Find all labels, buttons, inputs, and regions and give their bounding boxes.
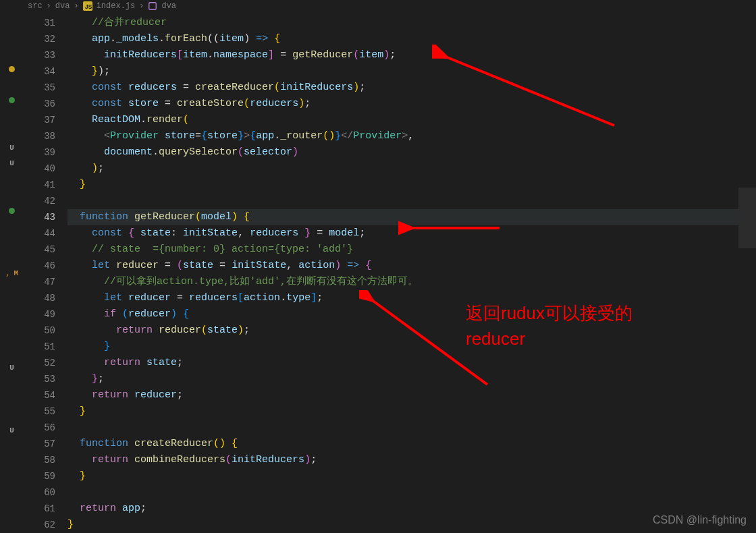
scm-gutter: UU, MUU [0, 0, 24, 533]
chevron-icon: › [47, 1, 51, 11]
annotation-line-1: 返回rudux可以接受的 [466, 300, 632, 326]
breadcrumb-file[interactable]: index.js [97, 1, 136, 11]
annotation-line-2: reducer [466, 326, 632, 352]
breadcrumb-sub[interactable]: dva [55, 1, 70, 11]
watermark: CSDN @lin-fighting [653, 514, 747, 526]
annotation-text: 返回rudux可以接受的 reducer [466, 300, 632, 352]
minimap-slider[interactable] [738, 188, 756, 248]
code-content[interactable]: //合并reducer app._models.forEach((item) =… [68, 12, 756, 533]
code-editor[interactable]: 3132333435363738394041424344454647484950… [24, 12, 756, 533]
breadcrumb-symbol[interactable]: dva [161, 1, 176, 11]
svg-rect-2 [149, 2, 157, 9]
chevron-icon: › [139, 1, 144, 11]
symbol-icon [148, 1, 157, 11]
line-numbers: 3132333435363738394041424344454647484950… [24, 12, 68, 533]
breadcrumb[interactable]: src › dva › JS index.js › dva [24, 0, 756, 12]
svg-text:JS: JS [84, 3, 92, 9]
breadcrumb-folder[interactable]: src [28, 1, 43, 11]
js-file-icon: JS [83, 1, 92, 11]
chevron-icon: › [74, 1, 78, 11]
minimap[interactable] [738, 12, 756, 533]
